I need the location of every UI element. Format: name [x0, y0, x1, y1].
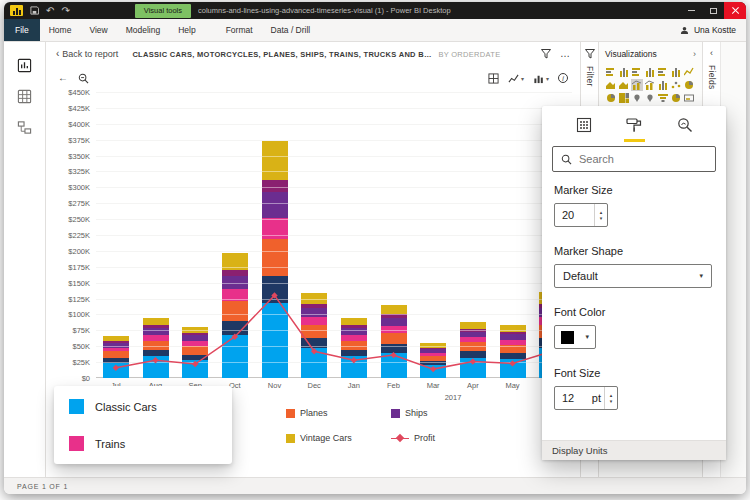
format-search-box[interactable] — [552, 146, 716, 172]
step-down-icon[interactable]: ▾ — [600, 216, 603, 221]
analytics-tab[interactable] — [675, 111, 695, 142]
y-tick-label: $75K — [72, 326, 90, 335]
y-tick-label: $0 — [82, 374, 90, 383]
legend-item-vintage-cars[interactable]: Vintage Cars — [286, 433, 352, 443]
legend-item-planes[interactable]: Planes — [286, 408, 328, 418]
marker-size-section: Marker Size 20 ▴ ▾ — [554, 184, 714, 227]
y-tick-label: $125K — [68, 295, 90, 304]
legend-label: Planes — [300, 408, 328, 418]
ribbon-tabs: File Home View Modeling Help Format Data… — [4, 19, 746, 42]
filter-funnel-icon[interactable] — [541, 49, 551, 59]
tab-modeling[interactable]: Modeling — [117, 19, 170, 41]
step-up-icon[interactable]: ▴ — [610, 393, 613, 398]
viz-icon-waterfall-chart[interactable] — [657, 79, 669, 91]
account-area[interactable]: Una Kostte — [680, 19, 746, 41]
model-view-button[interactable] — [16, 118, 34, 136]
viz-icon-pie-chart[interactable] — [683, 79, 695, 91]
font-color-picker[interactable]: ▾ — [554, 325, 596, 349]
info-icon[interactable]: i — [558, 73, 568, 83]
file-menu-button[interactable]: File — [4, 19, 40, 41]
viz-icon-scatter-chart[interactable] — [670, 79, 682, 91]
data-view-button[interactable] — [16, 87, 34, 105]
viz-icon-map[interactable] — [631, 92, 643, 104]
viz-icon-area-chart[interactable] — [605, 79, 617, 91]
viz-icon-clustered-column-chart[interactable] — [644, 66, 656, 78]
redo-icon[interactable]: ↷ — [61, 6, 69, 16]
visual-subtitle: BY ORDERDATE — [438, 50, 500, 59]
tab-help[interactable]: Help — [169, 19, 204, 41]
viz-icon-line-and-stacked-column-chart[interactable] — [631, 79, 643, 91]
filters-pane-label[interactable]: Filter — [585, 66, 595, 87]
format-tab[interactable] — [624, 111, 645, 142]
minimize-button[interactable] — [680, 2, 702, 19]
x-axis-year: 2017 — [334, 393, 572, 402]
legend-label: Ships — [405, 408, 428, 418]
y-tick-label: $50K — [72, 342, 90, 351]
window-title: columns-and-lines-using-advanced-timeser… — [198, 6, 673, 15]
save-icon[interactable] — [30, 6, 39, 15]
tab-data-drill[interactable]: Data / Drill — [262, 19, 320, 41]
report-view-button[interactable] — [16, 56, 34, 74]
tab-home[interactable]: Home — [40, 19, 81, 41]
legend-card-swatch — [69, 436, 84, 451]
more-options-icon[interactable]: … — [560, 49, 570, 59]
font-size-stepper[interactable]: 12 pt ▴ ▾ — [554, 386, 618, 410]
legend-swatch — [286, 409, 295, 418]
viz-icon-gauge[interactable] — [670, 92, 682, 104]
marker-shape-dropdown[interactable]: Default ▾ — [554, 264, 712, 288]
funnel-icon — [585, 49, 595, 59]
chevron-down-icon: ▾ — [699, 272, 703, 280]
viz-icon-line-chart[interactable] — [683, 66, 695, 78]
legend-label: Profit — [414, 433, 435, 443]
chevron-right-icon[interactable]: › — [693, 49, 696, 59]
legend-item-profit[interactable]: Profit — [391, 433, 435, 443]
viz-icon-filled-map[interactable] — [644, 92, 656, 104]
viz-icon-clustered-bar-chart[interactable] — [631, 66, 643, 78]
x-tick-label: Apr — [453, 381, 493, 390]
viz-icon-donut-chart[interactable] — [605, 92, 617, 104]
x-tick-label: Feb — [374, 381, 414, 390]
undo-icon[interactable]: ↶ — [46, 6, 54, 16]
fields-tab[interactable] — [574, 111, 594, 142]
viz-icon-stacked-column-chart[interactable] — [618, 66, 630, 78]
chevron-left-icon: ‹ — [710, 49, 713, 58]
legend-item-ships[interactable]: Ships — [391, 408, 428, 418]
chart-type-line-menu[interactable]: ▾ — [508, 73, 524, 84]
font-color-swatch — [561, 331, 574, 344]
maximize-button[interactable] — [702, 2, 724, 19]
y-tick-label: $450K — [68, 88, 90, 97]
fields-pane-label[interactable]: Fields — [707, 65, 717, 89]
tab-format[interactable]: Format — [217, 19, 262, 41]
font-size-value[interactable]: 12 — [555, 392, 592, 404]
zoom-back-icon[interactable]: ← — [58, 73, 68, 83]
close-button[interactable] — [724, 2, 746, 19]
powerbi-window: ↶ ↷ Visual tools columns-and-lines-using… — [4, 2, 746, 494]
viz-icon-stacked-bar-chart[interactable] — [605, 66, 617, 78]
marker-size-label: Marker Size — [554, 184, 714, 196]
show-data-grid-icon[interactable] — [488, 73, 499, 84]
step-down-icon[interactable]: ▾ — [610, 399, 613, 404]
chart-type-column-menu[interactable]: ▾ — [533, 73, 549, 84]
marker-size-stepper[interactable]: 20 ▴ ▾ — [554, 203, 608, 227]
legend-card-item-classic-cars[interactable]: Classic Cars — [69, 399, 217, 414]
search-input[interactable] — [579, 153, 707, 165]
viz-icon-funnel-chart[interactable] — [657, 92, 669, 104]
y-tick-label: $200K — [68, 247, 90, 256]
marker-size-value[interactable]: 20 — [555, 209, 594, 221]
display-units-section-header[interactable]: Display Units — [542, 440, 726, 460]
legend-card-item-trains[interactable]: Trains — [69, 436, 217, 451]
viz-icon-100-stacked-column-chart[interactable] — [670, 66, 682, 78]
viz-icon-card[interactable] — [683, 92, 695, 104]
zoom-out-icon[interactable] — [78, 73, 89, 84]
viz-icon-treemap[interactable] — [618, 92, 630, 104]
viz-icon-line-and-clustered-column-chart[interactable] — [644, 79, 656, 91]
visual-title: CLASSIC CARS, MOTORCYCLES, PLANES, SHIPS… — [132, 50, 432, 59]
step-up-icon[interactable]: ▴ — [600, 210, 603, 215]
back-to-report-link[interactable]: ‹ Back to report — [56, 49, 118, 59]
visualizations-title: Visualizations — [605, 49, 657, 59]
viz-icon-stacked-area-chart[interactable] — [618, 79, 630, 91]
tab-view[interactable]: View — [80, 19, 116, 41]
y-tick-label: $275K — [68, 199, 90, 208]
viz-icon-100-stacked-bar-chart[interactable] — [657, 66, 669, 78]
view-switcher — [4, 42, 46, 477]
